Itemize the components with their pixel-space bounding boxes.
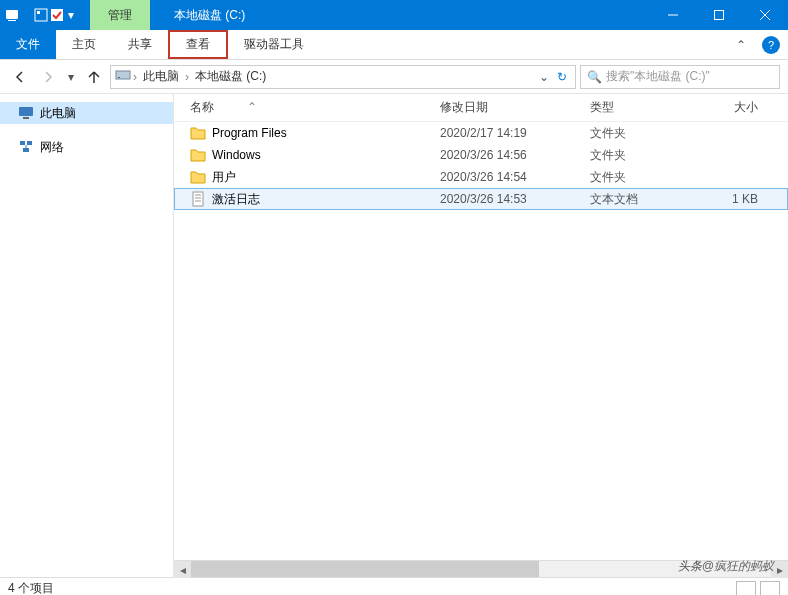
- file-name: 用户: [212, 169, 236, 186]
- svg-rect-0: [6, 10, 18, 19]
- up-button[interactable]: [82, 65, 106, 89]
- svg-rect-11: [19, 107, 33, 116]
- file-date: 2020/3/26 14:53: [434, 192, 584, 206]
- column-header-size[interactable]: 大小: [704, 99, 764, 116]
- qat-checkmark-icon[interactable]: [50, 8, 64, 22]
- explorer-body: 此电脑 网络 名称 ⌃ 修改日期 类型 大小 Program Files2020…: [0, 94, 788, 577]
- scrollbar-thumb[interactable]: [191, 561, 539, 577]
- file-type: 文件夹: [584, 169, 704, 186]
- network-icon: [18, 139, 34, 155]
- sidebar-item-label: 网络: [40, 139, 64, 156]
- file-list-pane: 名称 ⌃ 修改日期 类型 大小 Program Files2020/2/17 1…: [174, 94, 788, 577]
- ribbon-tabs: 文件 主页 共享 查看 驱动器工具 ⌃ ?: [0, 30, 788, 60]
- back-button[interactable]: [8, 65, 32, 89]
- sidebar-item-this-pc[interactable]: 此电脑: [0, 102, 173, 124]
- tab-drive-tools[interactable]: 驱动器工具: [228, 30, 320, 59]
- svg-rect-17: [193, 192, 203, 206]
- contextual-tab-manage[interactable]: 管理: [90, 0, 150, 30]
- scroll-left-icon[interactable]: ◂: [174, 561, 191, 578]
- maximize-button[interactable]: [696, 0, 742, 30]
- breadcrumb-this-pc[interactable]: 此电脑: [139, 68, 183, 85]
- refresh-icon[interactable]: ↻: [553, 70, 571, 84]
- file-name: 激活日志: [212, 191, 260, 208]
- qat-dropdown-icon[interactable]: ▾: [66, 8, 76, 22]
- scroll-right-icon[interactable]: ▸: [771, 561, 788, 578]
- svg-rect-4: [51, 9, 63, 21]
- navigation-pane: 此电脑 网络: [0, 94, 174, 577]
- file-date: 2020/3/26 14:56: [434, 148, 584, 162]
- window-title: 本地磁盘 (C:): [174, 7, 650, 24]
- svg-rect-1: [8, 20, 16, 21]
- horizontal-scrollbar[interactable]: ◂ ▸: [174, 560, 788, 577]
- sidebar-item-network[interactable]: 网络: [0, 136, 173, 158]
- search-placeholder: 搜索"本地磁盘 (C:)": [606, 68, 710, 85]
- item-count: 4 个项目: [8, 580, 54, 595]
- tab-view[interactable]: 查看: [168, 30, 228, 59]
- file-size: 1 KB: [704, 192, 764, 206]
- window-controls: [650, 0, 788, 30]
- tab-file[interactable]: 文件: [0, 30, 56, 59]
- svg-rect-6: [715, 11, 724, 20]
- thumbnails-view-button[interactable]: [760, 581, 780, 596]
- file-type: 文件夹: [584, 125, 704, 142]
- help-icon[interactable]: ?: [762, 36, 780, 54]
- close-button[interactable]: [742, 0, 788, 30]
- navigation-bar: ▾ › 此电脑 › 本地磁盘 (C:) ⌄ ↻ 🔍 搜索"本地磁盘 (C:)": [0, 60, 788, 94]
- minimize-button[interactable]: [650, 0, 696, 30]
- qat-properties-icon[interactable]: [34, 8, 48, 22]
- column-header-date[interactable]: 修改日期: [434, 99, 584, 116]
- folder-icon: [190, 125, 206, 141]
- sidebar-item-label: 此电脑: [40, 105, 76, 122]
- app-icon: [4, 7, 20, 23]
- text-file-icon: [190, 191, 206, 207]
- svg-rect-2: [35, 9, 47, 21]
- quick-access-toolbar: ▾: [0, 7, 80, 23]
- folder-icon: [190, 147, 206, 163]
- search-icon: 🔍: [587, 70, 602, 84]
- file-name: Windows: [212, 148, 261, 162]
- folder-icon: [190, 169, 206, 185]
- breadcrumb-drive-c[interactable]: 本地磁盘 (C:): [191, 68, 270, 85]
- tab-share[interactable]: 共享: [112, 30, 168, 59]
- breadcrumb-separator[interactable]: ›: [183, 70, 191, 84]
- file-name: Program Files: [212, 126, 287, 140]
- svg-rect-14: [27, 141, 32, 145]
- column-header-name[interactable]: 名称 ⌃: [184, 99, 434, 116]
- recent-locations-button[interactable]: ▾: [64, 65, 78, 89]
- file-type: 文件夹: [584, 147, 704, 164]
- details-view-button[interactable]: [736, 581, 756, 596]
- drive-icon: [115, 67, 131, 86]
- column-header-type[interactable]: 类型: [584, 99, 704, 116]
- svg-rect-13: [20, 141, 25, 145]
- file-type: 文本文档: [584, 191, 704, 208]
- file-row[interactable]: 用户2020/3/26 14:54文件夹: [174, 166, 788, 188]
- address-bar[interactable]: › 此电脑 › 本地磁盘 (C:) ⌄ ↻: [110, 65, 576, 89]
- svg-rect-10: [118, 77, 120, 78]
- sort-arrow-icon: ⌃: [247, 100, 257, 114]
- address-history-dropdown[interactable]: ⌄: [535, 70, 553, 84]
- file-row[interactable]: 激活日志2020/3/26 14:53文本文档1 KB: [174, 188, 788, 210]
- pc-icon: [18, 105, 34, 121]
- file-row[interactable]: Windows2020/3/26 14:56文件夹: [174, 144, 788, 166]
- forward-button[interactable]: [36, 65, 60, 89]
- svg-rect-15: [23, 148, 29, 152]
- file-date: 2020/3/26 14:54: [434, 170, 584, 184]
- column-headers: 名称 ⌃ 修改日期 类型 大小: [174, 94, 788, 122]
- file-date: 2020/2/17 14:19: [434, 126, 584, 140]
- file-row[interactable]: Program Files2020/2/17 14:19文件夹: [174, 122, 788, 144]
- ribbon-collapse-icon[interactable]: ⌃: [728, 38, 754, 52]
- breadcrumb-separator[interactable]: ›: [131, 70, 139, 84]
- svg-rect-3: [37, 11, 40, 14]
- tab-home[interactable]: 主页: [56, 30, 112, 59]
- status-bar: 4 个项目: [0, 577, 788, 595]
- titlebar: ▾ 管理 本地磁盘 (C:): [0, 0, 788, 30]
- svg-rect-12: [23, 117, 29, 119]
- search-input[interactable]: 🔍 搜索"本地磁盘 (C:)": [580, 65, 780, 89]
